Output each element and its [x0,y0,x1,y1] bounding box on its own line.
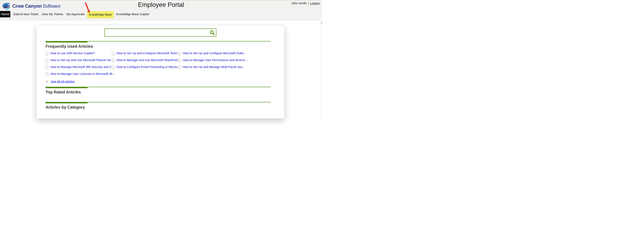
document-icon [178,65,181,69]
article-list-item: How to Set Up and Manage Multi-Factor Au… [178,65,244,69]
user-area: John Smith | Logout [292,1,320,5]
user-name: John Smith [292,1,306,5]
header: Crow CanyonSoftware Employee Portal John… [0,0,322,21]
document-icon [46,72,48,76]
article-link[interactable]: How to Manage User Licenses in Microsoft… [50,72,115,75]
see-all-articles-link[interactable]: See all 44 articles [51,80,75,83]
article-link[interactable]: How to Set Up and Manage Multi-Factor Au… [183,65,245,69]
article-link[interactable]: How to Set Up and Configure Microsoft Te… [116,51,180,55]
kb-search-input[interactable] [105,29,208,36]
article-link[interactable]: How to Manage and Use Microsoft SharePoi… [116,58,181,62]
top-rated-title: Top Rated Articles [46,90,270,94]
article-link[interactable]: How to Set Up and Use Microsoft Planner … [50,58,114,62]
search-icon [210,30,215,35]
nav-item-knowledge-base-copilot[interactable]: Knowledge Base Copilot [114,11,150,17]
articles-by-category-title: Articles by Category [46,105,270,110]
article-list-item: How to Set Up and Configure Microsoft Ou… [178,51,244,55]
annotation-arrow-icon [84,2,92,14]
document-icon [112,52,115,55]
scroll-up-arrow-icon[interactable] [321,22,322,23]
article-link[interactable]: How to Set Up and Configure Microsoft Ou… [183,51,246,55]
article-list-item: How to Manage Microsoft 365 Security and… [46,65,112,69]
frequently-used-articles: How to use Self-Service Copilot?How to S… [46,51,270,76]
vertical-scrollbar[interactable] [321,21,322,124]
panel-content: Frequently Used Articles How to use Self… [36,41,284,110]
frequently-used-title: Frequently Used Articles [46,44,270,49]
kb-search-bar [104,28,216,37]
article-link[interactable]: How to Configure Email Forwarding in Mic… [116,65,180,69]
article-list-item: How to Configure Email Forwarding in Mic… [112,65,178,69]
divider-accent-bar [46,41,88,42]
document-icon [46,65,48,69]
double-chevron-icon: » [46,79,48,83]
document-icon [112,65,115,69]
article-list-item: How to Manage User Permissions and Acces… [178,58,244,62]
divider-accent-bar [46,87,88,88]
article-list-item: How to Manage User Licenses in Microsoft… [46,72,112,76]
search-button[interactable] [208,29,216,36]
nav-item-my-approvals[interactable]: My Approvals [65,11,86,17]
section-divider [46,102,270,104]
section-divider [46,41,270,43]
main-nav: Home Submit New Ticket View My Tickets M… [0,11,151,17]
divider-accent-bar [46,102,88,103]
nav-item-submit-new-ticket[interactable]: Submit New Ticket [12,11,40,17]
knowledge-base-panel: Frequently Used Articles How to use Self… [36,25,284,119]
logout-link[interactable]: Logout [310,1,320,5]
document-icon [178,52,181,55]
article-link[interactable]: How to Manage User Permissions and Acces… [183,58,248,62]
section-divider [46,87,270,88]
user-separator: | [308,1,309,5]
nav-item-home[interactable]: Home [0,11,10,17]
article-list-item: How to Manage and Use Microsoft SharePoi… [112,58,178,62]
article-list-item: How to use Self-Service Copilot? [46,51,112,55]
document-icon [46,58,48,62]
document-icon [178,58,181,62]
page-title: Employee Portal [0,1,322,8]
article-link[interactable]: How to Manage Microsoft 365 Security and… [50,65,114,69]
document-icon [112,58,115,62]
see-all-row: » See all 44 articles [46,79,270,83]
article-list-item: How to Set Up and Use Microsoft Planner … [46,58,112,62]
article-link[interactable]: How to use Self-Service Copilot? [50,51,95,55]
document-icon [46,52,48,55]
nav-item-view-my-tickets[interactable]: View My Tickets [40,11,65,17]
article-list-item: How to Set Up and Configure Microsoft Te… [112,51,178,55]
